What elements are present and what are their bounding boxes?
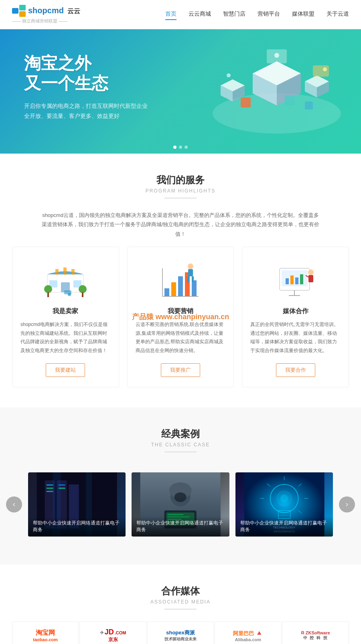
seller-title: 我是卖家: [20, 307, 111, 316]
media-title: 媒体合作: [250, 307, 341, 316]
svg-rect-19: [285, 95, 295, 105]
services-grid: 我是卖家 shopcmd电商解决方案，我们不仅仅是领先的独立商城建站系统。我们从…: [12, 247, 349, 387]
svg-point-51: [308, 269, 314, 275]
svg-rect-49: [295, 277, 298, 284]
svg-point-28: [44, 285, 52, 293]
service-card-media: 媒体合作 真正的全民营销时代,无需学习无需培训。通过您的网站，好友圈、媒体流量、…: [242, 247, 349, 387]
svg-rect-22: [55, 269, 59, 275]
seller-btn[interactable]: 我要建站: [46, 363, 85, 377]
svg-rect-30: [47, 292, 49, 297]
media-item: 阿里巴巴 🔺Alibaba.com: [215, 622, 281, 644]
svg-point-15: [274, 53, 279, 58]
media-title-zh: 合作媒体: [12, 585, 349, 597]
hero-subtitle: 开启你专属的电商之路，打造互联网时代新型企业 全开放、要流量、客户更多、效益更好: [24, 101, 148, 121]
chart-svg: [158, 260, 203, 298]
hero-banner: 淘宝之外 又一个生态 开启你专属的电商之路，打造互联网时代新型企业 全开放、要流…: [0, 29, 361, 154]
carousel-prev-btn[interactable]: ‹: [6, 496, 22, 512]
svg-rect-24: [71, 269, 75, 275]
seller-icon: [20, 257, 111, 301]
media-divider: [164, 609, 197, 610]
cases-carousel: ‹: [0, 464, 361, 545]
svg-rect-2: [19, 11, 26, 17]
media-title-en: ASSOCIATED MEDIA: [12, 599, 349, 605]
classic-case-header: 经典案例 THE CLASSIC CASE: [0, 427, 361, 452]
nav-yingxiao[interactable]: 营销平台: [258, 9, 280, 20]
services-title-zh: 我们的服务: [12, 174, 349, 186]
hero-dot-3[interactable]: [185, 146, 188, 149]
svg-rect-44: [192, 276, 194, 282]
case-item-2[interactable]: 帮助中小企业快速开启网络通道打赢电子商务: [132, 472, 229, 537]
hero-content: 淘宝之外 又一个生态 开启你专属的电商之路，打造互联网时代新型企业 全开放、要流…: [24, 53, 148, 121]
svg-rect-36: [178, 276, 183, 296]
marketing-icon: [136, 257, 226, 301]
classic-case-title-zh: 经典案例: [12, 427, 349, 440]
cases-track: 帮助中小企业快速开启网络通道打赢电子商务: [28, 472, 333, 537]
media-grid: 淘宝网taobao.com✈JD.COM京东shopex商派技术驱动商业未来阿里…: [12, 622, 349, 644]
svg-rect-50: [300, 274, 303, 284]
svg-point-29: [79, 285, 87, 293]
svg-point-72: [174, 492, 187, 502]
marketing-btn[interactable]: 我要推广: [161, 363, 200, 377]
nav-zhihuimendian[interactable]: 智慧门店: [223, 9, 245, 20]
main-nav: 首页 云云商城 智慧门店 营销平台 媒体联盟 关于云道: [165, 9, 349, 20]
case-3-caption: 帮助中小企业快速开启网络通道打赢电子商务: [235, 516, 333, 537]
nav-home[interactable]: 首页: [165, 9, 176, 20]
media-desc: 真正的全民营销时代,无需学习无需培训。通过您的网站，好友圈、媒体流量、移动端等，…: [250, 320, 341, 355]
svg-rect-52: [308, 275, 313, 282]
nav-guanyu[interactable]: 关于云道: [327, 9, 349, 20]
carousel-next-btn[interactable]: ›: [339, 496, 355, 512]
svg-rect-60: [47, 484, 53, 486]
hero-illustration: [185, 37, 353, 146]
classic-case-divider: [164, 452, 197, 452]
svg-rect-0: [12, 8, 18, 14]
nav-meiti[interactable]: 媒体联盟: [292, 9, 314, 20]
svg-rect-23: [63, 267, 67, 275]
media-svg: [274, 260, 318, 298]
media-item: R ZKSoftware中 控 科 技: [282, 622, 349, 644]
svg-rect-47: [286, 278, 289, 284]
nav-yunshangcheng[interactable]: 云云商城: [189, 9, 211, 20]
media-btn[interactable]: 我要合作: [276, 363, 315, 377]
svg-rect-38: [192, 280, 197, 296]
header: shopcmd 云云 —— 独立商城营销联盟 —— 首页 云云商城 智慧门店 营…: [0, 0, 361, 29]
marketing-desc: 云道不断完善的营销系统,联合优质媒体资源,集成常用的网络营销模式及持续，让量更单…: [136, 320, 226, 355]
svg-rect-20: [305, 101, 313, 109]
svg-rect-46: [282, 270, 308, 286]
hero-dots: [173, 146, 188, 149]
svg-rect-43: [187, 276, 189, 282]
case-2-caption: 帮助中小企业快速开启网络通道打赢电子商务: [132, 516, 229, 537]
logo-icon: [12, 5, 26, 17]
svg-point-84: [280, 494, 288, 502]
hero-title: 淘宝之外 又一个生态: [24, 53, 148, 94]
svg-rect-75: [168, 514, 184, 515]
svg-rect-35: [171, 282, 176, 296]
shop-svg: [43, 260, 87, 298]
services-title-en: PROGRAM HIGHLIGHTS: [12, 188, 349, 194]
svg-rect-1: [19, 5, 26, 10]
service-card-seller: 我是卖家 shopcmd电商解决方案，我们不仅仅是领先的独立商城建站系统。我们从…: [12, 247, 119, 387]
case-1-caption: 帮助中小企业快速开启网络通道打赢电子商务: [28, 516, 126, 537]
media-item: ✈JD.COM京东: [79, 622, 146, 644]
svg-rect-33: [64, 290, 71, 294]
media-section: 合作媒体 ASSOCIATED MEDIA 淘宝网taobao.com✈JD.C…: [0, 565, 361, 644]
services-header: 我们的服务 PROGRAM HIGHLIGHTS: [12, 174, 349, 198]
seller-desc: shopcmd电商解决方案，我们不仅仅是领先的独立商城建站系统。我们从互联网时代…: [20, 320, 111, 355]
logo-area: shopcmd 云云 —— 独立商城营销联盟 ——: [12, 5, 80, 24]
classic-case-section: 经典案例 THE CLASSIC CASE ‹: [0, 407, 361, 565]
case-item-1[interactable]: 帮助中小企业快速开启网络通道打赢电子商务: [28, 472, 126, 537]
media-item: shopex商派技术驱动商业未来: [147, 622, 214, 644]
hero-dot-2[interactable]: [179, 146, 182, 149]
hero-dot-1[interactable]: [173, 146, 176, 149]
logo-text: shopcmd 云云: [28, 6, 80, 16]
svg-rect-18: [241, 97, 251, 107]
svg-rect-62: [47, 491, 53, 492]
svg-rect-34: [164, 288, 169, 296]
svg-point-17: [323, 67, 327, 71]
hero-svg: [189, 41, 349, 142]
case-item-3[interactable]: TECHNOLOGY INFOGRAPHICS 帮助中小企业快速开启网络通道打赢…: [235, 472, 333, 537]
svg-point-41: [188, 263, 193, 269]
svg-rect-42: [188, 269, 193, 276]
media-header: 合作媒体 ASSOCIATED MEDIA: [12, 585, 349, 610]
media-item: 淘宝网taobao.com: [12, 622, 79, 644]
svg-rect-61: [47, 488, 53, 489]
